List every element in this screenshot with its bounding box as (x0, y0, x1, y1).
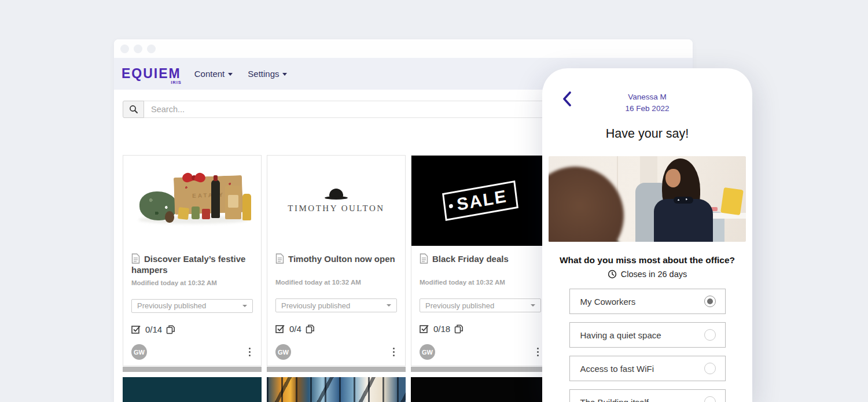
kebab-menu-icon[interactable] (247, 345, 253, 359)
poll-closes-row: Closes in 26 days (542, 270, 752, 279)
card-image-building-lights[interactable] (267, 377, 406, 402)
brand-sub: IRIS (171, 80, 182, 85)
card-title-text: Discover Eataly’s festive hampers (131, 254, 245, 275)
post-hero-image (549, 156, 746, 242)
window-titlebar (114, 39, 693, 58)
brand-name: EQUIEM (122, 66, 181, 81)
card-scroll-bar[interactable] (123, 367, 262, 372)
poll-option-radio-2[interactable] (704, 363, 716, 374)
document-icon (275, 253, 284, 264)
checkbox-check-icon (275, 324, 285, 334)
poll-option-label: Having a quiet space (580, 330, 704, 340)
card-stats: 0/14 (131, 324, 253, 334)
copy-icon[interactable] (306, 324, 315, 334)
chevron-left-icon (562, 91, 572, 106)
sale-text: SALE (456, 186, 509, 214)
search-button[interactable] (123, 101, 144, 118)
back-button[interactable] (562, 91, 577, 106)
mobile-preview-phone: Vanessa M 16 Feb 2022 Have your say! Wha… (542, 68, 752, 402)
avatar[interactable]: GW (275, 344, 291, 360)
card-image-timothy-oulton-logo: Timothy Oulton (267, 156, 405, 246)
chevron-down-icon (228, 73, 233, 76)
card-scroll-bar[interactable] (267, 367, 406, 372)
content-card-timothy-oulton[interactable]: Timothy Oulton Timothy Oulton now open M… (267, 155, 406, 366)
document-icon (131, 253, 140, 264)
avatar[interactable]: GW (420, 344, 435, 360)
modified-timestamp: Modified today at 10:32 AM (420, 279, 541, 286)
chevron-down-icon (282, 73, 287, 76)
poll-option-my-coworkers[interactable]: My Coworkers (569, 289, 726, 314)
kebab-menu-icon[interactable] (391, 345, 398, 359)
card-column: SALE Black Friday deals Modified today a… (411, 155, 550, 402)
kebab-menu-icon[interactable] (535, 345, 542, 359)
equiem-logo[interactable]: EQUIEM IRIS (122, 67, 181, 80)
nav-settings-menu[interactable]: Settings (248, 69, 287, 79)
phone-header: Vanessa M 16 Feb 2022 (542, 68, 752, 114)
card-column: EATALY Di (123, 155, 262, 402)
poll-option-radio-1[interactable] (704, 329, 716, 341)
post-title: Have your say! (542, 127, 752, 141)
poll-question: What do you miss most about the office? (542, 255, 752, 265)
chevron-down-icon (387, 304, 391, 307)
window-control-dot[interactable] (134, 45, 142, 53)
timothy-oulton-logo-text: Timothy Oulton (288, 204, 384, 213)
modified-timestamp: Modified today at 10:32 AM (131, 279, 253, 286)
publish-status-value: Previously published (281, 301, 387, 310)
publish-status-dropdown[interactable]: Previously published (420, 298, 541, 312)
sale-tag-icon: SALE (442, 180, 518, 221)
nav-content-menu[interactable]: Content (194, 69, 233, 79)
content-card-grid: EATALY Di (123, 155, 550, 402)
content-card-black-friday[interactable]: SALE Black Friday deals Modified today a… (411, 155, 550, 366)
card-scroll-bar[interactable] (411, 367, 550, 372)
poll-option-label: My Coworkers (580, 297, 704, 307)
card-footer: GW (420, 344, 541, 360)
poll-option-radio-3[interactable] (704, 396, 716, 402)
poll-option-fast-wifi[interactable]: Access to fast WiFi (569, 356, 726, 381)
clock-icon (608, 270, 617, 279)
card-title: Discover Eataly’s festive hampers (131, 253, 253, 276)
card-title: Black Friday deals (420, 253, 541, 275)
content-card-eataly[interactable]: EATALY Di (123, 155, 262, 366)
segment-count: 0/14 (145, 324, 162, 334)
checkbox-check-icon (420, 324, 429, 334)
segment-count: 0/4 (289, 324, 301, 334)
avatar[interactable]: GW (131, 344, 147, 360)
segment-count: 0/18 (433, 324, 450, 334)
publish-status-value: Previously published (137, 301, 242, 310)
poll-option-label: The Building itself (580, 397, 704, 402)
nav-settings-label: Settings (248, 69, 279, 79)
poll-options: My Coworkers Having a quiet space Access… (569, 289, 726, 402)
card-image-black[interactable] (411, 377, 550, 402)
modified-timestamp: Modified today at 10:32 AM (275, 279, 397, 286)
document-icon (420, 253, 428, 264)
card-title: Timothy Oulton now open (275, 253, 397, 275)
copy-icon[interactable] (454, 324, 464, 334)
window-control-dot[interactable] (120, 45, 129, 53)
card-image-eataly-hamper: EATALY (123, 156, 261, 246)
card-image-sale-tag: SALE (411, 156, 549, 246)
copy-icon[interactable] (166, 324, 176, 334)
poll-option-label: Access to fast WiFi (580, 364, 704, 374)
card-column: Timothy Oulton Timothy Oulton now open M… (267, 155, 406, 402)
card-title-text: Timothy Oulton now open (288, 254, 395, 264)
poll-option-building-itself[interactable]: The Building itself (569, 389, 726, 402)
bowler-hat-icon (325, 189, 348, 200)
poll-option-radio-0[interactable] (704, 296, 716, 307)
poll-closes-text: Closes in 26 days (621, 270, 687, 279)
card-footer: GW (131, 344, 253, 360)
card-image-teal-gold-frame[interactable] (123, 377, 262, 402)
publish-status-dropdown[interactable]: Previously published (131, 299, 253, 313)
card-stats: 0/4 (275, 324, 397, 334)
card-footer: GW (275, 344, 397, 360)
publish-status-value: Previously published (425, 301, 531, 310)
chevron-down-icon (531, 304, 535, 307)
phone-scrollbar[interactable] (747, 164, 751, 208)
card-title-text: Black Friday deals (432, 254, 509, 264)
window-control-dot[interactable] (147, 45, 156, 53)
search-icon (129, 105, 138, 114)
publish-status-dropdown[interactable]: Previously published (275, 298, 397, 312)
chevron-down-icon (242, 305, 247, 307)
nav-content-label: Content (194, 69, 225, 79)
poll-option-quiet-space[interactable]: Having a quiet space (569, 322, 726, 348)
card-stats: 0/18 (420, 324, 541, 334)
